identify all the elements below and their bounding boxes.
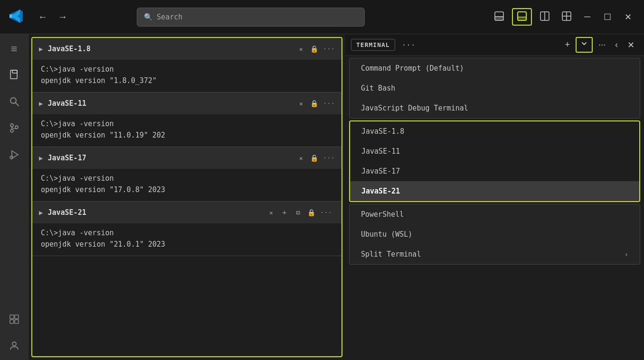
activity-bar-account[interactable]: [6, 337, 23, 354]
svg-point-13: [10, 98, 16, 103]
activity-bar-run-debug[interactable]: [6, 146, 23, 163]
terminal-name-javase17: JavaSE-17: [47, 154, 292, 162]
terminal-close-javase21[interactable]: ✕: [267, 208, 275, 217]
dropdown-item-cmdprompt[interactable]: Command Prompt (Default): [350, 58, 640, 78]
terminal-add-javase21[interactable]: +: [280, 208, 289, 217]
terminal-more-javase18[interactable]: ···: [323, 45, 335, 53]
terminal-line1-javase17: C:\>java -version: [41, 173, 333, 184]
dropdown-item-javase21[interactable]: JavaSE-21: [350, 181, 639, 201]
new-terminal-button[interactable]: +: [561, 38, 574, 52]
terminal-tab-header-javase17: ▶ JavaSE-17 ✕ 🔒 ···: [32, 147, 341, 169]
terminal-icon-javase21: ▶: [39, 209, 43, 216]
terminal-line2-javase18: openjdk version "1.8.0_372": [41, 75, 333, 86]
dropdown-container: Command Prompt (Default) Git Bash JavaSc…: [345, 56, 644, 267]
terminal-line1-javase11: C:\>java -version: [41, 118, 333, 129]
dropdown-item-gitbash[interactable]: Git Bash: [350, 78, 640, 98]
terminal-lock-javase18[interactable]: 🔒: [310, 45, 318, 53]
dropdown-item-javase11[interactable]: JavaSE-11: [350, 141, 639, 161]
terminal-lock-javase11[interactable]: 🔒: [310, 100, 318, 107]
terminal-close-javase17[interactable]: ✕: [297, 154, 305, 163]
svg-rect-24: [15, 320, 19, 323]
terminal-tab-javase21: ▶ JavaSE-21 ✕ + ⊡ 🔒 ··· C:\>java -versio…: [32, 202, 341, 256]
terminal-icon-javase11: ▶: [39, 100, 43, 107]
forward-button[interactable]: →: [54, 9, 71, 24]
terminal-more-javase17[interactable]: ···: [323, 154, 335, 162]
window-controls: ─ ☐ ✕: [490, 8, 636, 26]
dropdown-item-splitterminal[interactable]: Split Terminal ›: [350, 244, 640, 264]
dropdown-item-jsdebug[interactable]: JavaScript Debug Terminal: [350, 98, 640, 118]
nav-buttons: ← →: [34, 9, 71, 24]
svg-rect-1: [495, 17, 503, 20]
terminal-header: TERMINAL ··· + ··· ‹ ✕: [345, 34, 644, 56]
activity-bar-extensions[interactable]: [6, 311, 23, 328]
terminal-extra-controls-javase21: + ⊡ 🔒 ···: [280, 208, 332, 217]
dropdown-menu-top: Command Prompt (Default) Git Bash JavaSc…: [349, 58, 640, 119]
terminal-icon-javase17: ▶: [39, 154, 43, 162]
svg-rect-23: [10, 320, 14, 323]
terminal-more-javase21[interactable]: ···: [320, 209, 332, 216]
maximize-button[interactable]: ☐: [599, 10, 616, 24]
terminal-line2-javase17: openjdk version "17.0.8" 2023: [41, 184, 333, 195]
svg-point-17: [15, 126, 18, 129]
svg-rect-11: [10, 70, 17, 79]
svg-point-16: [10, 129, 13, 132]
terminal-close-javase18[interactable]: ✕: [297, 45, 305, 54]
terminal-dropdown-button[interactable]: [576, 37, 593, 53]
terminal-tab-javase11: ▶ JavaSE-11 ✕ 🔒 ··· C:\>java -version op…: [32, 92, 341, 147]
svg-point-15: [10, 124, 13, 127]
javase-group: JavaSE-1.8 JavaSE-11 JavaSE-17 JavaSE-21: [349, 120, 640, 202]
terminal-icon-javase18: ▶: [39, 45, 43, 53]
back-button[interactable]: ←: [34, 9, 51, 24]
terminal-label: TERMINAL: [351, 39, 395, 51]
split-editor-button[interactable]: [536, 9, 554, 25]
dropdown-item-powershell[interactable]: PowerShell: [350, 204, 640, 224]
dropdown-item-ubuntu[interactable]: Ubuntu (WSL): [350, 224, 640, 244]
svg-line-14: [16, 103, 19, 106]
panel-bottom-button[interactable]: [512, 8, 532, 26]
panel-layout-button[interactable]: [490, 9, 508, 25]
terminal-lock-javase17[interactable]: 🔒: [310, 154, 318, 162]
vscode-icon: [8, 8, 25, 27]
content-area: ▶ JavaSE-1.8 ✕ 🔒 ··· C:\>java -version o…: [28, 34, 644, 360]
terminal-right-panel: TERMINAL ··· + ··· ‹ ✕: [345, 34, 644, 360]
terminal-list-panel: ▶ JavaSE-1.8 ✕ 🔒 ··· C:\>java -version o…: [31, 37, 342, 357]
terminal-prev-button[interactable]: ‹: [611, 38, 622, 52]
svg-point-20: [10, 156, 13, 159]
chevron-right-icon: ›: [625, 250, 628, 258]
svg-rect-4: [518, 17, 526, 20]
title-bar: ← → 🔍 Search: [0, 0, 644, 34]
terminal-body-javase11: C:\>java -version openjdk version "11.0.…: [32, 114, 341, 147]
split-terminal-label: Split Terminal: [361, 250, 421, 258]
activity-bar: ≡: [0, 34, 28, 360]
dropdown-menu-bottom: PowerShell Ubuntu (WSL) Split Terminal ›: [349, 204, 640, 265]
terminal-line1-javase21: C:\>java -version: [41, 227, 333, 239]
activity-bar-search[interactable]: [6, 93, 23, 110]
terminal-lock-javase21[interactable]: 🔒: [307, 209, 315, 216]
svg-rect-22: [15, 315, 19, 319]
terminal-split-javase21[interactable]: ⊡: [294, 208, 302, 217]
terminal-tab-header-javase21: ▶ JavaSE-21 ✕ + ⊡ 🔒 ···: [32, 202, 341, 223]
terminal-body-javase17: C:\>java -version openjdk version "17.0.…: [32, 169, 341, 201]
activity-bar-menu[interactable]: ≡: [6, 40, 23, 57]
terminal-header-right: + ··· ‹ ✕: [561, 37, 638, 53]
terminal-body-javase21: C:\>java -version openjdk version "21.0.…: [32, 223, 341, 256]
main-area: ≡: [0, 34, 644, 360]
activity-bar-explorer[interactable]: [6, 66, 23, 83]
close-button[interactable]: ✕: [620, 10, 636, 24]
terminal-more-button[interactable]: ···: [595, 38, 609, 52]
dropdown-item-javase18[interactable]: JavaSE-1.8: [350, 121, 639, 141]
search-bar[interactable]: 🔍 Search: [137, 8, 365, 27]
terminal-name-javase11: JavaSE-11: [47, 99, 292, 108]
svg-point-25: [12, 342, 16, 346]
minimize-button[interactable]: ─: [579, 10, 595, 24]
terminal-close-button[interactable]: ✕: [624, 38, 638, 52]
terminal-more-javase11[interactable]: ···: [323, 100, 335, 107]
terminal-name-javase18: JavaSE-1.8: [47, 45, 292, 53]
terminal-tab-javase18: ▶ JavaSE-1.8 ✕ 🔒 ··· C:\>java -version o…: [32, 38, 341, 92]
terminal-close-javase11[interactable]: ✕: [297, 99, 305, 108]
terminal-tab-header-javase11: ▶ JavaSE-11 ✕ 🔒 ···: [32, 92, 341, 114]
dropdown-item-javase17[interactable]: JavaSE-17: [350, 161, 639, 181]
activity-bar-source-control[interactable]: [6, 120, 23, 137]
grid-layout-button[interactable]: [558, 9, 576, 25]
terminal-header-dots[interactable]: ···: [399, 39, 418, 50]
